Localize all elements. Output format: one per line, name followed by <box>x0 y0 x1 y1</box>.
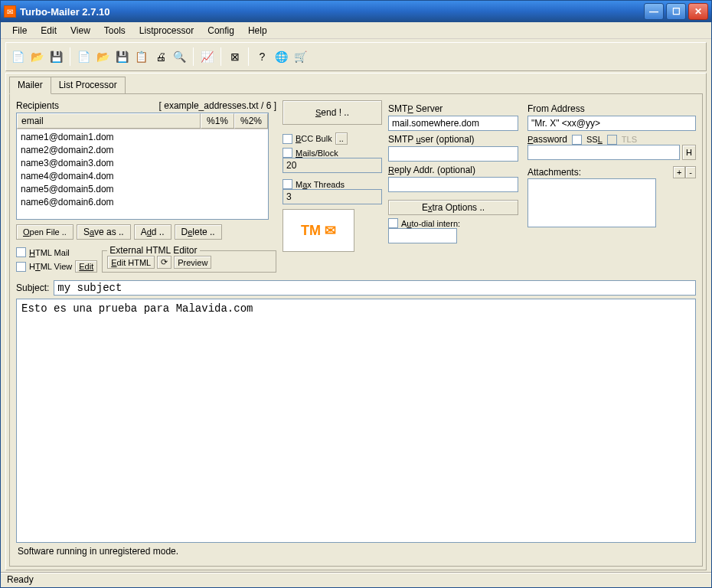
tm-logo: TM ✉ <box>283 209 354 252</box>
max-threads-input[interactable] <box>283 189 382 204</box>
web-icon[interactable]: 🌐 <box>273 48 290 66</box>
recipients-label: Recipients <box>16 100 59 111</box>
list-item[interactable]: name2@domain2.dom <box>21 144 264 157</box>
body-textarea[interactable]: Esto es una prueba para Malavida.com <box>16 299 696 543</box>
tabpanel-mailer: Recipients [ example_addresses.txt / 6 ]… <box>9 93 703 567</box>
menu-file[interactable]: File <box>5 23 34 38</box>
attach-add-button[interactable]: + <box>673 166 685 178</box>
refresh-button[interactable]: ⟳ <box>157 256 171 269</box>
reply-addr-label: Reply Addr. (optional) <box>388 165 518 175</box>
open-icon[interactable]: 📂 <box>28 48 46 66</box>
preview-button[interactable]: Preview <box>174 256 211 269</box>
from-address-input[interactable] <box>527 116 696 131</box>
menubar: File Edit View Tools Listprocessor Confi… <box>1 22 711 39</box>
delete-button[interactable]: Delete .. <box>175 224 222 240</box>
send-button[interactable]: Send ! .. <box>283 100 382 125</box>
recipients-list[interactable]: email %1% %2% name1@domain1.dom name2@do… <box>16 113 269 220</box>
smtp-server-label: SMTP Server <box>388 103 518 114</box>
menu-tools[interactable]: Tools <box>97 23 132 38</box>
save-as-button[interactable]: Save as .. <box>77 224 131 240</box>
html-mail-label: HTML Mail <box>29 248 70 257</box>
ssl-checkbox[interactable] <box>572 135 582 145</box>
password-label: Password <box>527 134 567 145</box>
password-input[interactable] <box>527 145 680 160</box>
close-button[interactable]: ✕ <box>688 3 708 20</box>
tab-listprocessor[interactable]: List Processor <box>51 77 126 93</box>
col-pct2[interactable]: %2% <box>234 113 268 129</box>
list-item[interactable]: name1@domain1.dom <box>21 131 264 144</box>
subject-input[interactable] <box>54 280 696 296</box>
print-icon[interactable]: 🖨 <box>152 48 169 66</box>
tls-label: TLS <box>622 135 637 144</box>
autodial-label: Auto-dial intern: <box>401 219 460 228</box>
chart-icon[interactable]: 📈 <box>198 48 216 66</box>
smtp-server-input[interactable] <box>388 116 518 131</box>
mails-block-input[interactable] <box>283 158 382 173</box>
app-window: ✉ Turbo-Mailer 2.7.10 — ☐ ✕ File Edit Vi… <box>0 0 712 588</box>
list-item[interactable]: name4@domain4.dom <box>21 170 264 183</box>
paste-icon[interactable]: 📋 <box>132 48 150 66</box>
edit-button[interactable]: Edit <box>75 260 97 273</box>
toolbar: 📄 📂 💾 📄 📂 💾 📋 🖨 🔍 📈 ⊠ ? 🌐 🛒 <box>5 42 707 71</box>
html-mail-checkbox[interactable] <box>16 247 26 257</box>
menu-help[interactable]: Help <box>241 23 274 38</box>
menu-view[interactable]: View <box>64 23 97 38</box>
tab-mailer[interactable]: Mailer <box>9 77 51 94</box>
autodial-input[interactable] <box>388 228 457 243</box>
max-threads-checkbox[interactable] <box>283 179 292 189</box>
autodial-checkbox[interactable] <box>388 218 398 228</box>
mails-block-checkbox[interactable] <box>283 148 292 158</box>
stop-icon[interactable]: ⊠ <box>226 48 243 66</box>
register-status: Software running in unregistered mode. <box>16 543 696 560</box>
status-bar: Ready <box>1 572 711 587</box>
window-title: Turbo-Mailer 2.7.10 <box>20 6 644 18</box>
attachments-list[interactable] <box>527 178 656 227</box>
titlebar: ✉ Turbo-Mailer 2.7.10 — ☐ ✕ <box>1 1 711 22</box>
menu-listprocessor[interactable]: Listprocessor <box>132 23 201 38</box>
col-pct1[interactable]: %1% <box>201 113 234 129</box>
smtp-user-input[interactable] <box>388 146 518 162</box>
tls-checkbox <box>607 135 617 145</box>
col-email[interactable]: email <box>17 113 201 129</box>
save-icon[interactable]: 💾 <box>47 48 65 66</box>
ssl-label: SSL <box>586 135 603 144</box>
max-threads-label: Max Threads <box>296 180 345 189</box>
attach-remove-button[interactable]: - <box>685 166 696 178</box>
attachments-label: Attachments: <box>527 167 581 178</box>
ext-editor-group-label: External HTML Editor <box>107 245 199 256</box>
bcc-bulk-options-button[interactable]: .. <box>335 132 348 145</box>
list-item[interactable]: name6@domain6.dom <box>21 196 264 209</box>
minimize-button[interactable]: — <box>644 3 664 20</box>
edit-html-button[interactable]: Edit HTML <box>107 256 155 269</box>
reply-addr-input[interactable] <box>388 177 518 192</box>
extra-options-button[interactable]: Extra Options .. <box>388 200 518 215</box>
new2-icon[interactable]: 📄 <box>75 48 93 66</box>
add-button[interactable]: Add .. <box>134 224 171 240</box>
html-view-checkbox[interactable] <box>16 262 26 272</box>
html-view-label: HTML View <box>29 262 72 271</box>
open2-icon[interactable]: 📂 <box>94 48 112 66</box>
tabs: Mailer List Processor <box>9 77 703 93</box>
menu-config[interactable]: Config <box>201 23 241 38</box>
subject-label: Subject: <box>16 283 49 293</box>
mails-block-label: Mails/Block <box>296 149 338 158</box>
content: Mailer List Processor Recipients [ examp… <box>5 73 707 570</box>
help-icon[interactable]: ? <box>253 48 271 66</box>
smtp-user-label: SMTP user (optional) <box>388 134 518 145</box>
list-item[interactable]: name3@domain3.dom <box>21 157 264 170</box>
app-icon: ✉ <box>4 5 16 18</box>
bcc-bulk-checkbox[interactable] <box>283 134 292 144</box>
open-file-button[interactable]: Open File .. <box>16 224 73 240</box>
bcc-bulk-label: BCC Bulk <box>296 134 332 143</box>
new-icon[interactable]: 📄 <box>9 48 27 66</box>
recipients-fileinfo: [ example_addresses.txt / 6 ] <box>159 100 276 111</box>
h-button[interactable]: H <box>682 145 696 160</box>
save2-icon[interactable]: 💾 <box>113 48 131 66</box>
maximize-button[interactable]: ☐ <box>666 3 686 20</box>
list-item[interactable]: name5@domain5.dom <box>21 183 264 196</box>
from-address-label: From Address <box>527 103 696 114</box>
find-icon[interactable]: 🔍 <box>171 48 188 66</box>
menu-edit[interactable]: Edit <box>34 23 64 38</box>
cart-icon[interactable]: 🛒 <box>292 48 309 66</box>
